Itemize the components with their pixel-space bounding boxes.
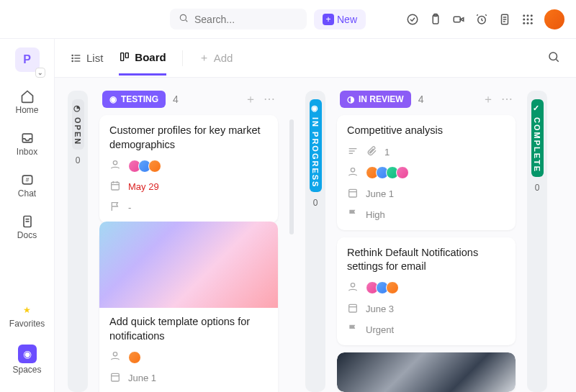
priority[interactable]: - — [128, 202, 131, 213]
board-icon — [119, 51, 130, 63]
note-icon[interactable] — [498, 13, 511, 26]
alarm-icon[interactable] — [475, 13, 488, 26]
plus-icon: ＋ — [199, 51, 210, 65]
view-tab-label: Board — [135, 51, 166, 63]
column-in-review: ◑ IN REVIEW 4 ＋ ⋯ Competitive analysis 1 — [337, 91, 516, 392]
svg-point-11 — [523, 14, 525, 17]
apps-grid-icon[interactable] — [521, 13, 534, 26]
view-tab-label: List — [86, 52, 103, 64]
svg-line-34 — [556, 59, 558, 61]
board-search-icon[interactable] — [547, 50, 560, 65]
due-date[interactable]: June 3 — [366, 304, 394, 314]
column-count: 0 — [535, 183, 540, 193]
svg-point-49 — [351, 283, 354, 286]
sidebar-item-favorites[interactable]: ★ Favorites — [0, 297, 54, 334]
home-icon — [20, 89, 35, 104]
svg-point-35 — [113, 161, 117, 165]
sidebar: P ⌄ Home Inbox # Chat Docs ★ Favorites ◉… — [0, 39, 55, 392]
user-avatar[interactable] — [544, 9, 564, 29]
svg-point-19 — [531, 22, 533, 24]
due-date[interactable]: June 1 — [128, 373, 156, 383]
svg-rect-31 — [121, 53, 124, 61]
sidebar-item-spaces[interactable]: ◉ Spaces — [0, 339, 54, 380]
status-pill-in-review[interactable]: ◑ IN REVIEW — [340, 91, 411, 108]
svg-point-30 — [72, 60, 73, 61]
svg-point-29 — [72, 58, 73, 58]
view-tab-list[interactable]: List — [71, 52, 103, 74]
card-cover-image — [337, 352, 516, 392]
priority[interactable]: Urgent — [366, 324, 394, 335]
topbar: ✦ + New — [0, 0, 576, 39]
svg-rect-50 — [349, 304, 357, 312]
search-input[interactable] — [194, 14, 320, 25]
column-testing: ◉ TESTING 4 ＋ ⋯ Customer profiles for ke… — [99, 91, 278, 392]
sidebar-label: Favorites — [9, 319, 45, 329]
svg-point-33 — [549, 53, 557, 60]
column-menu-icon[interactable]: ⋯ — [501, 92, 513, 107]
task-card[interactable]: Add quick template options for notificat… — [99, 230, 278, 392]
chevron-down-icon[interactable]: ⌄ — [35, 68, 45, 78]
column-header: ◑ IN REVIEW 4 ＋ ⋯ — [337, 91, 516, 108]
calendar-icon — [109, 180, 121, 193]
svg-point-13 — [531, 14, 533, 17]
svg-point-17 — [523, 22, 525, 24]
calendar-icon — [347, 187, 359, 201]
svg-point-14 — [523, 18, 525, 20]
status-pill-complete: ✓ COMPLETE — [531, 99, 544, 177]
due-date[interactable]: June 1 — [366, 188, 394, 199]
sidebar-item-docs[interactable]: Docs — [0, 209, 54, 246]
priority[interactable]: High — [366, 209, 385, 220]
assignees[interactable] — [128, 160, 161, 173]
task-card[interactable]: Competitive analysis 1 June 1 — [337, 115, 516, 230]
view-tab-board[interactable]: Board — [119, 51, 166, 76]
top-icons — [406, 9, 564, 29]
svg-rect-47 — [349, 189, 357, 197]
assignees[interactable] — [366, 281, 399, 294]
video-icon[interactable] — [452, 13, 465, 26]
view-tabs: List Board ＋ Add — [55, 39, 576, 78]
svg-point-2 — [408, 14, 418, 24]
column-header: ◉ TESTING 4 ＋ ⋯ — [99, 91, 278, 108]
assignee-icon — [109, 159, 121, 173]
task-card[interactable]: Rethink Default Notifications settings f… — [337, 237, 516, 345]
description-icon — [347, 145, 359, 159]
card-title: Rethink Default Notifications settings f… — [347, 246, 505, 274]
sidebar-item-home[interactable]: Home — [0, 83, 54, 121]
global-search[interactable]: ✦ — [170, 9, 307, 29]
calendar-icon — [347, 302, 359, 316]
flag-icon — [347, 323, 359, 337]
svg-point-18 — [527, 22, 529, 24]
column-count: 0 — [76, 155, 81, 165]
status-pill-testing[interactable]: ◉ TESTING — [102, 91, 166, 108]
list-icon — [71, 53, 82, 64]
sidebar-item-inbox[interactable]: Inbox — [0, 125, 54, 163]
svg-point-0 — [180, 14, 186, 20]
check-circle-icon[interactable] — [406, 13, 419, 26]
view-tab-add[interactable]: ＋ Add — [199, 51, 233, 75]
clipboard-icon[interactable] — [429, 13, 442, 26]
svg-rect-41 — [112, 374, 120, 382]
sidebar-item-chat[interactable]: # Chat — [0, 167, 54, 204]
column-open-collapsed[interactable]: ◔ OPEN 0 — [68, 91, 88, 392]
assignees[interactable] — [128, 351, 141, 364]
flag-icon — [109, 201, 121, 214]
attachment-icon — [366, 145, 377, 159]
card-title: Competitive analysis — [347, 124, 505, 138]
due-date[interactable]: May 29 — [128, 181, 159, 192]
column-in-progress-collapsed[interactable]: ◉ IN PROGRESS 0 — [305, 91, 325, 392]
task-card[interactable] — [337, 352, 516, 392]
column-complete-collapsed[interactable]: ✓ COMPLETE 0 — [527, 91, 547, 392]
column-count: 0 — [313, 198, 318, 208]
space-switcher[interactable]: P ⌄ — [15, 47, 40, 72]
task-card[interactable]: Customer profiles for key market demogra… — [99, 115, 278, 223]
column-menu-icon[interactable]: ⋯ — [264, 92, 275, 107]
add-card-icon[interactable]: ＋ — [245, 92, 256, 107]
sidebar-label: Spaces — [12, 365, 41, 375]
new-button[interactable]: + New — [314, 9, 366, 29]
space-letter: P — [23, 53, 31, 66]
new-button-label: New — [337, 14, 357, 25]
assignees[interactable] — [366, 166, 409, 179]
add-card-icon[interactable]: ＋ — [482, 92, 494, 107]
calendar-icon — [109, 371, 121, 385]
scrollbar[interactable] — [289, 119, 294, 234]
